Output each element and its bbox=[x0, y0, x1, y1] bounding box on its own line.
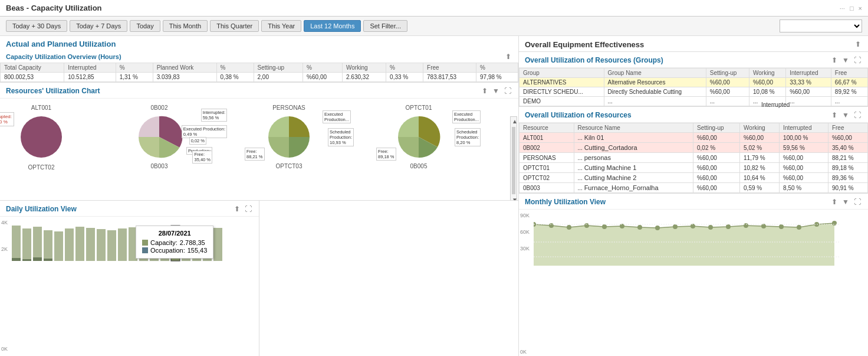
upload-icon[interactable]: ⬆ bbox=[504, 52, 512, 61]
svg-rect-8 bbox=[86, 228, 95, 261]
upload-icon-or[interactable]: ⬆ bbox=[830, 110, 839, 120]
pie-top-0b002: 0B002 bbox=[151, 104, 168, 111]
scroll-up[interactable]: ▲ bbox=[511, 117, 517, 126]
pie-bottom-0b003: 0B003 bbox=[151, 163, 168, 169]
expand-icon-m[interactable]: ⛶ bbox=[853, 197, 862, 207]
annotation-interrupted-0b002: Interrupted:59,56 % bbox=[201, 109, 227, 122]
close-icon[interactable]: × bbox=[859, 5, 862, 12]
upload-icon-og[interactable]: ⬆ bbox=[830, 55, 839, 65]
pie-bottom-0b005: 0B005 bbox=[410, 163, 428, 169]
col-total-capacity: Total Capacity bbox=[1, 63, 64, 73]
y-label-60k: 60K bbox=[520, 229, 530, 235]
monthly-title: Monthly Utilization View bbox=[525, 198, 606, 206]
cell-group: DIRECTLY SCHEDU... bbox=[520, 87, 604, 97]
svg-rect-1 bbox=[12, 226, 21, 261]
filter-btn-setfilter[interactable]: Set Filter... bbox=[363, 20, 407, 32]
expand-icon2[interactable]: ⛶ bbox=[244, 204, 253, 214]
y-label-2k: 2K bbox=[1, 246, 8, 252]
upload-icon3[interactable]: ⬆ bbox=[233, 204, 241, 214]
pie-chart-personas bbox=[265, 113, 313, 161]
svg-point-0 bbox=[21, 116, 62, 158]
table-row: 0B003 ... Furnace_Horno_Fornalha %60,00 … bbox=[520, 183, 868, 193]
cell-group-name: Alternative Resources bbox=[604, 78, 706, 87]
col-working: Working bbox=[343, 63, 386, 73]
svg-point-34 bbox=[655, 226, 660, 230]
pie-chart-0b002 bbox=[136, 113, 183, 161]
filter-btn-30days[interactable]: Today + 30 Days bbox=[6, 20, 67, 32]
svg-rect-3 bbox=[33, 227, 42, 261]
window-controls[interactable]: ··· □ × bbox=[840, 5, 862, 12]
cell-res-interrupted: %60,00 bbox=[780, 153, 828, 163]
y-label-4k: 4K bbox=[1, 220, 8, 226]
tooltip-capacity-label: Capacity: bbox=[150, 239, 177, 246]
cell-res-free: 89,36 % bbox=[828, 173, 867, 183]
tooltip-capacity-row: Capacity: 2.788,35 bbox=[142, 239, 207, 246]
svg-point-28 bbox=[549, 223, 554, 228]
expand-icon[interactable]: ⛶ bbox=[503, 86, 512, 96]
svg-point-44 bbox=[832, 221, 837, 226]
cell-interrupted: 33,33 % bbox=[786, 78, 831, 87]
overall-groups-icons: ⬆ ▼ ⛶ bbox=[830, 55, 862, 65]
cell-free: 89,92 % bbox=[831, 87, 867, 97]
expand-icon-or[interactable]: ⛶ bbox=[853, 110, 862, 120]
filter-btn-7days[interactable]: Today + 7 Days bbox=[70, 20, 127, 32]
upload-icon-m[interactable]: ⬆ bbox=[830, 197, 839, 207]
daily-util-header: Daily Utilization View ⬆ ⛶ bbox=[0, 201, 259, 217]
overall-groups-title: Overall Utilization of Resources (Groups… bbox=[525, 56, 663, 64]
main-content: Actual and Planned Utilization Capacity … bbox=[0, 36, 868, 356]
pie-item-alt001: ALT001 Interrupted:100,00 % OPTCT02 bbox=[6, 104, 77, 171]
capacity-table: Total Capacity Interrupted % Planned Wor… bbox=[0, 63, 518, 82]
annotation-free-0b002: Free:35,40 % bbox=[192, 151, 212, 164]
cell-res-setup: 0,02 % bbox=[693, 143, 740, 153]
monthly-util-left bbox=[259, 201, 518, 356]
col-planned-work: Planned Work bbox=[153, 63, 216, 73]
menu-icon[interactable]: ··· bbox=[840, 5, 845, 12]
cell-res-interrupted: 100,00 % bbox=[780, 133, 828, 143]
expand-icon-og[interactable]: ⛶ bbox=[853, 55, 862, 65]
filter-icon-m[interactable]: ▼ bbox=[841, 197, 850, 207]
col-pct5: % bbox=[476, 63, 518, 73]
cell-res-working: 10,64 % bbox=[740, 173, 780, 183]
filter-icon-og[interactable]: ▼ bbox=[841, 55, 850, 65]
cell-free: 66,67 % bbox=[831, 78, 867, 87]
filter-bar: Today + 30 Days Today + 7 Days Today Thi… bbox=[0, 17, 868, 36]
svg-point-29 bbox=[567, 225, 571, 230]
daily-icons: ⬆ ⛶ bbox=[233, 204, 253, 214]
cell-res-working: 11,79 % bbox=[740, 153, 780, 163]
filter-btn-today[interactable]: Today bbox=[130, 20, 160, 32]
filter-icon-or[interactable]: ▼ bbox=[841, 110, 850, 120]
upload-icon2[interactable]: ⬆ bbox=[481, 86, 489, 96]
filter-dropdown[interactable] bbox=[780, 19, 862, 32]
col-working: Working bbox=[749, 68, 786, 78]
scroll-down[interactable]: ▼ bbox=[511, 195, 517, 201]
col-pct3: % bbox=[303, 63, 343, 73]
svg-point-31 bbox=[602, 224, 607, 229]
resources-chart-title: Resources' Utilization Chart bbox=[6, 87, 100, 95]
annotation-exec-personas: ExecutedProduction... bbox=[323, 110, 351, 123]
chart-scrollbar[interactable]: ▲ ▼ bbox=[510, 116, 517, 201]
annotation-sched-optct01: ScheduledProduction:8,20 % bbox=[455, 128, 481, 146]
cell-res-name: ... Cutting Machine 1 bbox=[574, 163, 693, 173]
filter-btn-year[interactable]: This Year bbox=[261, 20, 301, 32]
cell-res-working: 0,59 % bbox=[740, 183, 780, 193]
svg-rect-11 bbox=[118, 228, 127, 261]
y-label-0k-m: 0K bbox=[520, 349, 527, 355]
filter-icon[interactable]: ▼ bbox=[491, 86, 501, 96]
col-pct1: % bbox=[116, 63, 153, 73]
filter-btn-month[interactable]: This Month bbox=[163, 20, 208, 32]
filter-btn-quarter[interactable]: This Quarter bbox=[210, 20, 259, 32]
annotation-free-optct01: Free:89,18 % bbox=[376, 148, 396, 161]
annotation-small-0b002: 0,02 % bbox=[189, 137, 206, 145]
filter-btn-12months[interactable]: Last 12 Months bbox=[304, 20, 361, 32]
cell-interrupted: %60,00 bbox=[786, 87, 831, 97]
val-total-capacity: 800.002,53 bbox=[1, 73, 64, 82]
overall-resources-table: Resource Resource Name Setting-up Workin… bbox=[519, 123, 868, 193]
svg-point-30 bbox=[584, 223, 589, 228]
val-pct3: %60,00 bbox=[303, 73, 343, 82]
pie-bottom-optct03: OPTCT03 bbox=[275, 163, 302, 169]
restore-icon[interactable]: □ bbox=[850, 5, 854, 12]
daily-chart-area: 4K 2K 0K bbox=[0, 217, 259, 356]
svg-rect-7 bbox=[75, 227, 84, 261]
upload-icon-oe[interactable]: ⬆ bbox=[854, 40, 862, 49]
val-working: 2.630,32 bbox=[343, 73, 386, 82]
